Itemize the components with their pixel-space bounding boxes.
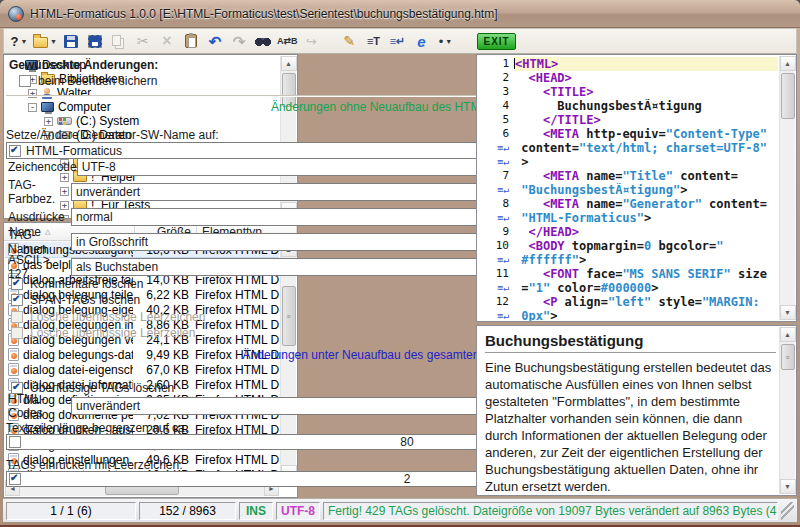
exit-button[interactable]: EXIT (477, 33, 515, 50)
code-line[interactable]: ≡↵ ="1" color=#000000> (478, 281, 778, 295)
options-button[interactable]: •▼ (434, 30, 456, 52)
copy-button (108, 30, 130, 52)
delete-span-tags-checkbox[interactable] (11, 294, 23, 306)
code-line[interactable]: 4 BuchungsbestÃ¤tigung (478, 99, 778, 113)
code-line[interactable]: ≡↵ #ffffff"> (478, 253, 778, 267)
code-token: face= (579, 267, 622, 281)
code-scroll-thumb[interactable] (781, 73, 795, 119)
app-icon (8, 6, 24, 22)
code-text[interactable]: #ffffff"> (514, 253, 778, 267)
wrap-marker-gutter: ≡↵ (478, 155, 514, 169)
code-text[interactable]: <P align="left" style="MARGIN: (514, 295, 778, 309)
align-tags-icon: ≡T (367, 36, 380, 47)
code-line[interactable]: 6 <META http-equiv="Content-Type" (478, 127, 778, 141)
code-line[interactable]: ≡↵ > (478, 155, 778, 169)
code-editor[interactable]: 1<HTML>2 <HEAD>3 <TITLE>4 BuchungsbestÃ¤… (478, 57, 778, 321)
code-text[interactable]: content="text/html; charset=UTF-8" (514, 141, 778, 155)
scroll-up-icon[interactable]: ▲ (780, 56, 796, 71)
browser-preview-button[interactable]: e (410, 30, 432, 52)
code-line[interactable]: 8 <META name="Generator" content= (478, 197, 778, 211)
open-folder-button[interactable]: ▼ (32, 30, 58, 52)
file-row[interactable]: dialog datei-eigenschaf...67,0 KBFirefox… (5, 362, 279, 377)
code-text[interactable]: </HEAD> (514, 225, 778, 239)
code-editor-panel: 1<HTML>2 <HEAD>3 <TITLE>4 BuchungsbestÃ¤… (476, 54, 797, 322)
code-text[interactable]: <META http-equiv="Content-Type" (514, 127, 778, 141)
line-number: 11 (478, 267, 514, 281)
undo-button[interactable]: ↶ (204, 30, 226, 52)
help-button[interactable]: ?▼ (8, 30, 30, 52)
code-text[interactable]: 0px"> (514, 309, 778, 322)
code-text[interactable]: ="1" color=#000000> (514, 281, 778, 295)
code-line[interactable]: 5 </TITLE> (478, 113, 778, 127)
chevron-down-icon[interactable]: ▼ (21, 38, 28, 45)
browser-preview-icon: e (417, 34, 425, 49)
resize-grip[interactable] (781, 502, 794, 520)
align-tags-button[interactable]: ≡T (362, 30, 384, 52)
copy-icon (112, 35, 121, 46)
preview-scroll-track[interactable]: ≡ (780, 342, 796, 479)
preview-scrollbar[interactable]: ▲ ≡ ▼ (779, 327, 795, 494)
code-text[interactable]: BuchungsbestÃ¤tigung (514, 99, 778, 113)
code-text[interactable]: "BuchungsbestÃ¤tigung"> (514, 183, 778, 197)
redo-icon: ↷ (233, 34, 246, 49)
code-scrollbar[interactable]: ▲ ▼ (779, 56, 795, 320)
chevron-down-icon[interactable]: ▼ (50, 38, 57, 45)
code-line[interactable]: 11 <FONT face="MS SANS SERIF" size (478, 267, 778, 281)
find-button[interactable] (252, 30, 274, 52)
save-on-exit-label: beim Beenden sichern (38, 74, 157, 88)
line-wrap-icon: ≡↵ (497, 254, 509, 265)
code-line[interactable]: 12 <P align="left" style="MARGIN: (478, 295, 778, 309)
code-token: "HTML-Formaticus" (514, 211, 644, 225)
code-text[interactable]: > (514, 155, 778, 169)
code-line[interactable]: 3 <TITLE> (478, 85, 778, 99)
code-line[interactable]: 2 <HEAD> (478, 71, 778, 85)
wrap-lines-button[interactable]: ≡↵ (386, 30, 408, 52)
save-as-button[interactable] (84, 30, 106, 52)
code-text[interactable]: "HTML-Formaticus"> (514, 211, 778, 225)
replace-button[interactable]: A⇄B (276, 30, 299, 52)
code-line[interactable]: ≡↵ "BuchungsbestÃ¤tigung"> (478, 183, 778, 197)
code-text[interactable]: <HEAD> (514, 71, 778, 85)
code-text[interactable]: <META name="Generator" content= (514, 197, 778, 211)
code-text[interactable]: <FONT face="MS SANS SERIF" size (514, 267, 778, 281)
scroll-down-icon[interactable]: ▼ (780, 479, 796, 494)
paste-button[interactable] (180, 30, 202, 52)
save-on-exit-checkbox[interactable] (19, 75, 31, 87)
title-bar[interactable]: HTML-Formaticus 1.0.0 [E:\HTML-Formaticu… (0, 0, 800, 28)
code-line[interactable]: ≡↵ content="text/html; charset=UTF-8" (478, 141, 778, 155)
code-line[interactable]: ≡↵ 0px"> (478, 309, 778, 322)
scroll-up-icon[interactable]: ▲ (780, 327, 796, 342)
scroll-down-icon[interactable]: ▼ (780, 305, 796, 320)
code-token (514, 127, 543, 141)
code-line[interactable]: 10 <BODY topmargin=0 bgcolor=" (478, 239, 778, 253)
code-text[interactable]: </TITLE> (514, 113, 778, 127)
code-token: "BuchungsbestÃ¤tigung" (514, 183, 680, 197)
delete-spaces-checkbox (11, 311, 23, 323)
generator-checkbox[interactable] (9, 145, 21, 157)
delete-comments-checkbox[interactable] (11, 278, 23, 290)
status-message: Fertig! 429 TAGs gelöscht. Dateigröße vo… (323, 502, 778, 520)
tree-item[interactable]: +(C:) System (4, 114, 297, 128)
line-number: 6 (478, 127, 514, 141)
expand-icon[interactable]: + (44, 117, 53, 126)
code-text[interactable]: <TITLE> (514, 85, 778, 99)
paste-icon (185, 34, 197, 48)
code-text[interactable]: <BODY topmargin=0 bgcolor=" (514, 239, 778, 253)
code-text[interactable]: <META name="Title" content= (514, 169, 778, 183)
chevron-down-icon[interactable]: ▼ (445, 38, 452, 45)
code-line[interactable]: 1<HTML> (478, 57, 778, 71)
indent-checkbox[interactable] (9, 473, 21, 485)
line-wrap-icon: ≡↵ (497, 142, 509, 153)
code-line[interactable]: 7 <META name="Title" content= (478, 169, 778, 183)
code-text[interactable]: <HTML> (514, 57, 778, 71)
save-button[interactable] (60, 30, 82, 52)
code-scroll-track[interactable] (780, 71, 796, 305)
code-token: bgcolor= (651, 239, 716, 253)
line-number: 5 (478, 113, 514, 127)
preview-scroll-thumb[interactable]: ≡ (781, 344, 795, 370)
reformat-button[interactable]: ✎ (338, 30, 360, 52)
code-line[interactable]: 9 </HEAD> (478, 225, 778, 239)
code-line[interactable]: ≡↵ "HTML-Formaticus"> (478, 211, 778, 225)
line-length-checkbox[interactable] (9, 436, 21, 448)
charset-label: Zeichencode (8, 160, 77, 174)
